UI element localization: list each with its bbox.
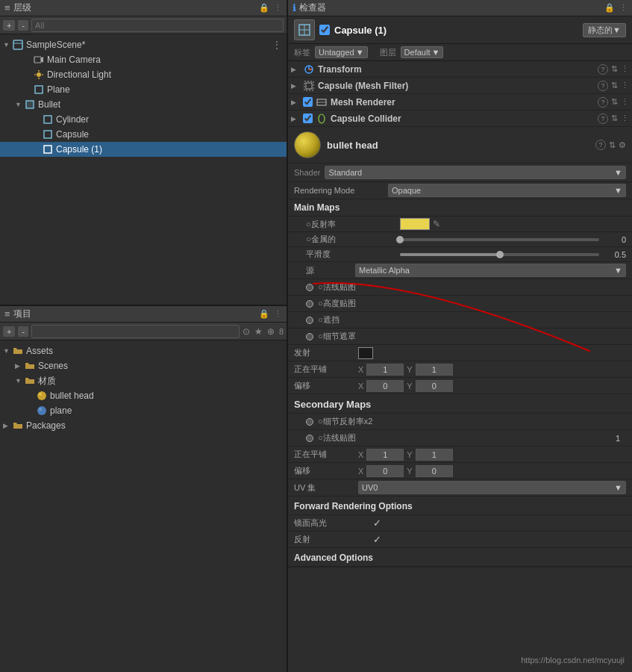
project-icon-2[interactable]: ★ bbox=[254, 326, 263, 337]
sec-tiling-x[interactable] bbox=[366, 449, 404, 461]
albedo-color-swatch[interactable] bbox=[400, 218, 430, 230]
cc-help[interactable]: ? bbox=[598, 113, 608, 124]
tree-item-capsule[interactable]: Capsule bbox=[0, 127, 287, 142]
inspector-content: Capsule (1) 静态的▼ 标签 Untagged ▼ 图层 Defaul… bbox=[288, 16, 632, 672]
sec-tiling-row: 正在平铺 X Y bbox=[288, 447, 632, 463]
project-lock-icon[interactable]: 🔒 bbox=[259, 309, 269, 319]
reflections-label: 反射 bbox=[294, 534, 369, 545]
camera-icon bbox=[33, 54, 45, 66]
tiling-x-input[interactable] bbox=[366, 364, 404, 376]
tree-item-bullet[interactable]: ▼ Bullet bbox=[0, 97, 287, 112]
mr-settings[interactable]: ⇅ bbox=[611, 97, 618, 107]
tree-item-main-camera[interactable]: Main Camera bbox=[0, 52, 287, 67]
scene-icon bbox=[12, 39, 24, 51]
metallic-track[interactable] bbox=[400, 238, 599, 241]
transform-menu[interactable]: ⋮ bbox=[621, 64, 629, 74]
svg-rect-26 bbox=[306, 83, 312, 89]
inspector-menu-icon[interactable]: ⋮ bbox=[619, 3, 628, 13]
smoothness-track[interactable] bbox=[400, 253, 599, 256]
scene-root-item[interactable]: ▼ SampleScene* ⋮ bbox=[0, 37, 287, 52]
plane-mat-item[interactable]: plane bbox=[0, 403, 287, 418]
project-add-btn[interactable]: + bbox=[3, 326, 15, 337]
mesh-renderer-checkbox[interactable] bbox=[303, 97, 313, 107]
source-dropdown[interactable]: Metallic Alpha ▼ bbox=[355, 264, 626, 277]
project-minus-btn[interactable]: - bbox=[18, 326, 28, 337]
minus-button[interactable]: - bbox=[18, 20, 28, 31]
metallic-row: ○金属的 0 bbox=[288, 232, 632, 247]
layer-dropdown[interactable]: Default ▼ bbox=[401, 46, 444, 58]
scenes-item[interactable]: ▶ Scenes bbox=[0, 358, 287, 373]
mr-menu[interactable]: ⋮ bbox=[621, 97, 629, 107]
materials-item[interactable]: ▼ 材质 bbox=[0, 373, 287, 388]
bullet-head-mat-item[interactable]: bullet head bbox=[0, 388, 287, 403]
mat-menu[interactable]: ⚙ bbox=[619, 140, 626, 150]
height-map-row: ○高度贴图 bbox=[288, 296, 632, 312]
smoothness-label: 平滑度 bbox=[306, 249, 395, 260]
mf-menu[interactable]: ⋮ bbox=[621, 81, 629, 90]
shader-dropdown[interactable]: Standard ▼ bbox=[325, 166, 626, 179]
mesh-filter-component[interactable]: ▶ Capsule (Mesh Filter) ? ⇅ ⋮ bbox=[288, 78, 632, 94]
capsule-collider-checkbox[interactable] bbox=[303, 113, 313, 123]
occlusion-circle bbox=[306, 317, 313, 324]
project-menu-icon[interactable]: ⋮ bbox=[274, 309, 282, 319]
rendering-mode-dropdown[interactable]: Opaque ▼ bbox=[388, 184, 626, 197]
scenes-arrow: ▶ bbox=[15, 362, 24, 370]
mat-help[interactable]: ? bbox=[595, 140, 606, 150]
packages-item[interactable]: ▶ Packages bbox=[0, 418, 287, 433]
hierarchy-header: ≡ 层级 🔒 ⋮ bbox=[0, 0, 287, 16]
height-map-label: ○高度贴图 bbox=[318, 298, 356, 309]
pick-color-icon[interactable]: ✎ bbox=[433, 219, 440, 229]
cc-menu[interactable]: ⋮ bbox=[621, 113, 629, 123]
tiling-row: 正在平铺 X Y bbox=[288, 361, 632, 378]
hierarchy-search[interactable] bbox=[31, 19, 284, 32]
uv-row: UV 集 UV0 ▼ bbox=[288, 479, 632, 497]
detail-mask-label: ○细节遮罩 bbox=[318, 331, 356, 342]
hierarchy-menu-icon[interactable]: ⋮ bbox=[274, 3, 282, 13]
svg-rect-9 bbox=[35, 86, 43, 93]
mr-help[interactable]: ? bbox=[598, 97, 608, 108]
advanced-title: Advanced Options bbox=[288, 548, 632, 567]
bullet-arrow: ▼ bbox=[15, 101, 24, 108]
specular-label: 镜面高光 bbox=[294, 517, 369, 529]
plane-mat-label: plane bbox=[50, 405, 72, 416]
project-icon-3[interactable]: ⊕ bbox=[267, 326, 275, 337]
uv-dropdown[interactable]: UV0 ▼ bbox=[358, 481, 626, 494]
hierarchy-lock-icon[interactable]: 🔒 bbox=[259, 3, 269, 13]
inspector-lock-icon[interactable]: 🔒 bbox=[604, 3, 615, 13]
sec-offset-x[interactable] bbox=[366, 465, 404, 477]
mat-settings[interactable]: ⇅ bbox=[609, 140, 616, 150]
add-button[interactable]: + bbox=[3, 20, 15, 31]
mf-settings[interactable]: ⇅ bbox=[611, 81, 618, 90]
tag-dropdown[interactable]: Untagged ▼ bbox=[315, 46, 368, 58]
offset-y-input[interactable] bbox=[416, 380, 453, 392]
inspector-title: 检查器 bbox=[299, 1, 326, 14]
static-button[interactable]: 静态的▼ bbox=[583, 23, 626, 37]
tiling-label: 正在平铺 bbox=[294, 364, 354, 375]
project-search[interactable] bbox=[31, 325, 240, 338]
emit-row: 发射 bbox=[288, 345, 632, 361]
object-active-checkbox[interactable] bbox=[319, 25, 330, 35]
transform-component[interactable]: ▶ Transform ? ⇅ ⋮ bbox=[288, 61, 632, 78]
tree-item-cylinder[interactable]: Cylinder bbox=[0, 112, 287, 127]
transform-settings[interactable]: ⇅ bbox=[611, 64, 618, 74]
height-map-circle bbox=[306, 300, 313, 308]
mesh-renderer-component[interactable]: ▶ Mesh Renderer ? ⇅ ⋮ bbox=[288, 94, 632, 111]
sec-offset-y[interactable] bbox=[416, 465, 453, 477]
tiling-y-input[interactable] bbox=[416, 364, 453, 376]
tree-item-directional-light[interactable]: Directional Light bbox=[0, 67, 287, 82]
project-header: ≡ 项目 🔒 ⋮ bbox=[0, 306, 287, 323]
tree-item-plane[interactable]: Plane bbox=[0, 82, 287, 97]
offset-x-input[interactable] bbox=[366, 380, 404, 392]
cc-settings[interactable]: ⇅ bbox=[611, 113, 618, 123]
tree-item-capsule1[interactable]: Capsule (1) bbox=[0, 142, 287, 157]
scene-dots[interactable]: ⋮ bbox=[272, 39, 287, 51]
emit-swatch[interactable] bbox=[358, 347, 373, 359]
transform-help[interactable]: ? bbox=[598, 64, 608, 75]
svg-point-16 bbox=[39, 393, 42, 396]
sec-tiling-y[interactable] bbox=[416, 449, 453, 461]
assets-item[interactable]: ▼ Assets bbox=[0, 343, 287, 358]
capsule-collider-component[interactable]: ▶ Capsule Collider ? ⇅ ⋮ bbox=[288, 111, 632, 127]
mf-help[interactable]: ? bbox=[598, 81, 608, 91]
project-icon-1[interactable]: ⊙ bbox=[243, 326, 250, 337]
shader-label: Shader bbox=[294, 168, 320, 177]
